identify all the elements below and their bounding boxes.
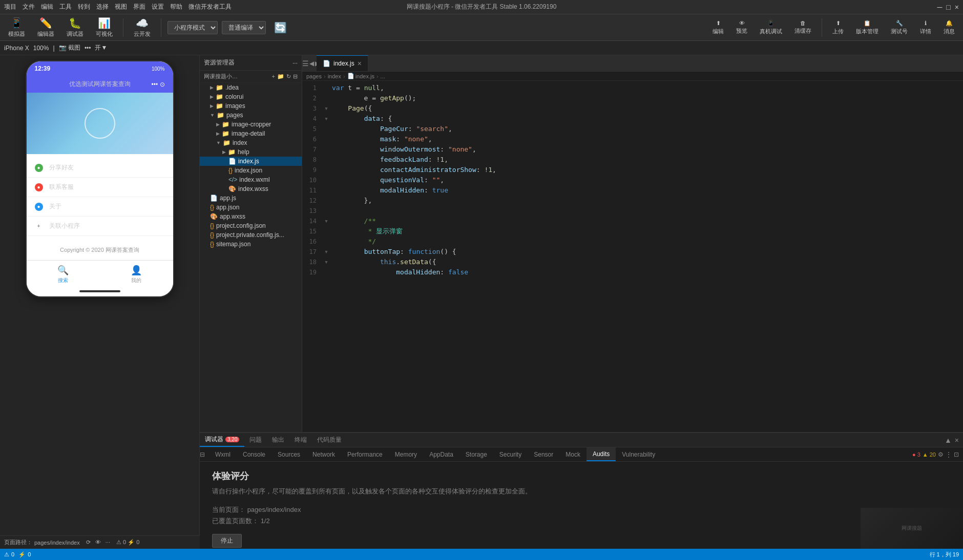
collapse-tree-icon[interactable]: ⊟ bbox=[293, 73, 298, 80]
menu-edit[interactable]: 编辑 bbox=[41, 3, 53, 11]
phone-header-menu[interactable]: ••• ⊙ bbox=[152, 81, 165, 88]
tree-item-index[interactable]: ▼ 📁 index bbox=[200, 138, 302, 147]
line-fold[interactable]: ▼ bbox=[323, 216, 330, 226]
simulator-button[interactable]: 📱 模拟器 bbox=[4, 15, 29, 40]
preview-button[interactable]: 👁 预览 bbox=[732, 18, 751, 37]
phone-play-button[interactable] bbox=[85, 108, 115, 139]
devtools-tab-appdata[interactable]: AppData bbox=[423, 447, 459, 461]
tree-item-projectprivate[interactable]: {} project.private.config.js... bbox=[200, 230, 302, 240]
tree-item-projectconfig[interactable]: {} project.config.json bbox=[200, 221, 302, 230]
real-debug-button[interactable]: 📱 真机调试 bbox=[756, 18, 786, 37]
devtools-tab-sources[interactable]: Sources bbox=[302, 447, 306, 461]
filetree-project[interactable]: 网课搜题小… + 📁 ↻ ⊟ bbox=[200, 71, 302, 83]
editor-sidebar-toggle[interactable]: ☰ bbox=[302, 55, 309, 71]
refresh-tree-icon[interactable]: ↻ bbox=[286, 73, 291, 80]
filetree-more[interactable]: ··· bbox=[292, 59, 298, 67]
phone-menu-link[interactable]: + 关联小程序 bbox=[27, 217, 173, 236]
breadcrumb-index[interactable]: index bbox=[328, 73, 341, 79]
line-fold[interactable]: ▼ bbox=[323, 114, 330, 124]
menu-project[interactable]: 项目 bbox=[4, 3, 16, 11]
details-button[interactable]: ℹ 详情 bbox=[916, 18, 935, 37]
menu-file[interactable]: 文件 bbox=[23, 3, 35, 11]
tree-item-indexwxml[interactable]: </> index.wxml bbox=[200, 175, 302, 184]
test-button[interactable]: 🔧 测试号 bbox=[887, 18, 912, 37]
phone-tab-mine[interactable]: 👤 我的 bbox=[100, 265, 173, 284]
devtools-tab-audits[interactable]: Audits bbox=[587, 447, 616, 461]
more-icon[interactable]: ⋮ bbox=[946, 451, 952, 458]
devtools-tab-security[interactable]: Security bbox=[493, 447, 528, 461]
menu-devtools[interactable]: 微信开发者工具 bbox=[189, 3, 232, 11]
tree-item-image-cropper[interactable]: ▶ 📁 image-cropper bbox=[200, 120, 302, 129]
devtools-tab-memory[interactable]: Memory bbox=[389, 447, 423, 461]
menu-interface[interactable]: 界面 bbox=[133, 3, 145, 11]
status-warnings[interactable]: ⚡ 0 bbox=[18, 551, 31, 558]
page-path-eye[interactable]: 👁 bbox=[95, 539, 101, 545]
visual-button[interactable]: 📊 可视化 bbox=[92, 15, 117, 40]
tree-item-indexwxss[interactable]: 🎨 index.wxss bbox=[200, 184, 302, 193]
tree-item-appjs[interactable]: 📄 app.js bbox=[200, 193, 302, 203]
phone-tab-search[interactable]: 🔍 搜索 bbox=[27, 265, 100, 284]
minimize-button[interactable]: ─ bbox=[937, 3, 942, 11]
devtools-tab-storage[interactable]: Storage bbox=[459, 447, 493, 461]
page-path-reload[interactable]: ⟳ bbox=[86, 539, 91, 545]
devtools-tab-performance[interactable]: Performance bbox=[341, 447, 389, 461]
devtools-tab-mock[interactable]: Mock bbox=[559, 447, 587, 461]
new-folder-icon[interactable]: 📁 bbox=[277, 73, 284, 80]
close-button[interactable]: × bbox=[955, 3, 959, 11]
settings-icon[interactable]: ⚙ bbox=[938, 451, 944, 458]
tree-item-idea[interactable]: ▶ 📁 .idea bbox=[200, 83, 302, 92]
tree-item-appwxss[interactable]: 🎨 app.wxss bbox=[200, 212, 302, 221]
menu-select[interactable]: 选择 bbox=[96, 3, 109, 11]
version-button[interactable]: 📋 版本管理 bbox=[852, 18, 883, 37]
tree-item-pages[interactable]: ▼ 📁 pages bbox=[200, 111, 302, 120]
device-selector[interactable]: iPhone X bbox=[4, 45, 29, 52]
tree-item-help[interactable]: ▶ 📁 help bbox=[200, 147, 302, 157]
tree-item-sitemap[interactable]: {} sitemap.json bbox=[200, 240, 302, 249]
mode-dropdown[interactable]: 小程序模式 bbox=[168, 21, 218, 34]
menu-view[interactable]: 视图 bbox=[115, 3, 127, 11]
close-panel-button[interactable]: × bbox=[955, 436, 959, 444]
debugger-button[interactable]: 🐛 调试器 bbox=[62, 15, 88, 40]
devtools-tab-network[interactable]: Network bbox=[306, 447, 341, 461]
tree-item-image-detail[interactable]: ▶ 📁 image-detail bbox=[200, 129, 302, 138]
maximize-button[interactable]: □ bbox=[946, 3, 950, 11]
zoom-level[interactable]: 100% bbox=[33, 45, 49, 52]
line-fold[interactable]: ▼ bbox=[323, 257, 330, 267]
message-button[interactable]: 🔔 消息 bbox=[939, 18, 959, 37]
tab-close-button[interactable]: × bbox=[358, 59, 362, 68]
tree-item-indexjs[interactable]: 📄 index.js bbox=[200, 157, 302, 166]
menu-tools[interactable]: 工具 bbox=[59, 3, 72, 11]
refresh-button[interactable]: 🔄 bbox=[270, 19, 291, 36]
camera-toggle[interactable]: 开▼ bbox=[95, 44, 107, 52]
new-file-icon[interactable]: + bbox=[272, 73, 275, 80]
breadcrumb-pages[interactable]: pages bbox=[306, 73, 322, 79]
status-errors[interactable]: ⚠ 0 bbox=[4, 551, 14, 558]
bottom-tab-quality[interactable]: 代码质量 bbox=[312, 433, 347, 447]
back-icon[interactable]: ◀ bbox=[309, 60, 314, 67]
menu-goto[interactable]: 转到 bbox=[78, 3, 90, 11]
devtools-tab-vulnerability[interactable]: Vulnerability bbox=[616, 447, 661, 461]
tree-item-indexjson[interactable]: {} index.json bbox=[200, 166, 302, 175]
cloud-button[interactable]: ☁️ 云开发 bbox=[130, 15, 155, 40]
devtools-tab-sensor[interactable]: Sensor bbox=[528, 447, 559, 461]
screenshot-button[interactable]: 📷 截图 bbox=[59, 44, 80, 52]
line-fold[interactable]: ▼ bbox=[323, 247, 330, 257]
editor-tab-indexjs[interactable]: 📄 index.js × bbox=[317, 55, 368, 71]
editor-button[interactable]: ✏️ 编辑器 bbox=[33, 15, 58, 40]
expand-panel-button[interactable]: ▲ bbox=[945, 436, 952, 444]
menu-settings[interactable]: 设置 bbox=[152, 3, 164, 11]
undock-icon[interactable]: ⊡ bbox=[954, 451, 959, 458]
breadcrumb-more[interactable]: ... bbox=[381, 73, 385, 79]
page-path-more[interactable]: ··· bbox=[106, 539, 110, 545]
screenshot-more[interactable]: ••• bbox=[85, 45, 91, 52]
tree-item-images[interactable]: ▶ 📁 images bbox=[200, 101, 302, 111]
phone-menu-service[interactable]: ● 联系客服 bbox=[27, 178, 173, 197]
clear-cache-button[interactable]: 🗑 清缓存 bbox=[790, 18, 815, 37]
phone-menu-about[interactable]: ● 关于 bbox=[27, 197, 173, 217]
tree-item-appjson[interactable]: {} app.json bbox=[200, 203, 302, 212]
compile-dropdown[interactable]: 普通编译 bbox=[222, 21, 266, 34]
bottom-tab-terminal[interactable]: 终端 bbox=[302, 433, 312, 447]
phone-menu-share[interactable]: ● 分享好友 bbox=[27, 158, 173, 178]
line-fold[interactable]: ▼ bbox=[323, 103, 330, 114]
tree-item-colorui[interactable]: ▶ 📁 colorui bbox=[200, 92, 302, 101]
